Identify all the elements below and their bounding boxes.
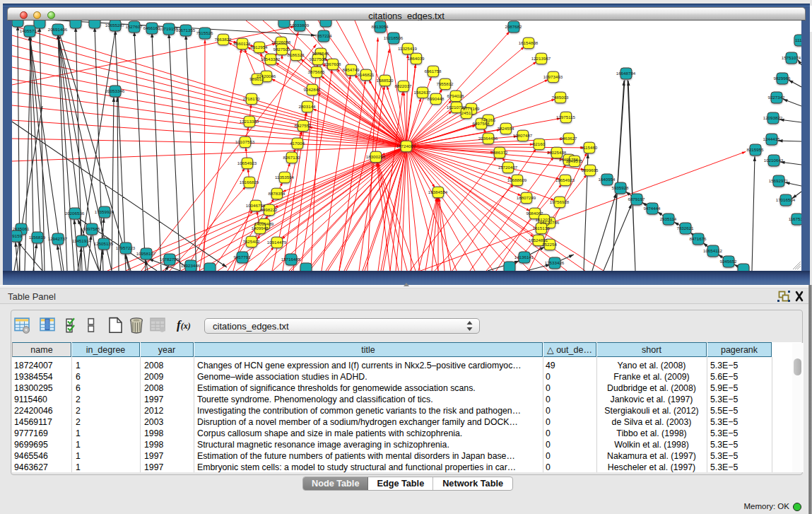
svg-text:1612074: 1612074 xyxy=(535,217,553,222)
svg-text:3875685: 3875685 xyxy=(307,69,325,74)
svg-text:2803144: 2803144 xyxy=(298,104,316,109)
svg-text:10210643: 10210643 xyxy=(764,158,784,163)
svg-text:10958107: 10958107 xyxy=(136,251,156,256)
svg-text:11353594: 11353594 xyxy=(275,175,295,180)
svg-text:7515526: 7515526 xyxy=(196,30,213,35)
svg-text:19756928: 19756928 xyxy=(550,199,570,204)
svg-text:10807487: 10807487 xyxy=(513,133,533,138)
svg-text:18226058: 18226058 xyxy=(271,40,291,45)
svg-text:9275546: 9275546 xyxy=(312,51,329,56)
svg-text:8822037: 8822037 xyxy=(394,83,412,88)
svg-text:10654112: 10654112 xyxy=(703,248,723,253)
svg-text:3824554: 3824554 xyxy=(497,126,514,131)
svg-text:2935114: 2935114 xyxy=(660,216,677,221)
svg-text:9899695: 9899695 xyxy=(581,168,599,173)
svg-text:19218506: 19218506 xyxy=(384,35,404,40)
svg-text:12213967: 12213967 xyxy=(531,56,551,61)
svg-text:9829966: 9829966 xyxy=(773,76,791,81)
svg-text:18807249: 18807249 xyxy=(517,195,536,200)
svg-text:1156819: 1156819 xyxy=(29,235,46,240)
svg-text:7485003: 7485003 xyxy=(551,95,569,100)
svg-text:16154808: 16154808 xyxy=(519,40,539,45)
svg-text:15716485: 15716485 xyxy=(281,257,301,262)
svg-text:16033809: 16033809 xyxy=(290,23,310,28)
svg-text:9146821: 9146821 xyxy=(357,72,375,77)
svg-text:6879197: 6879197 xyxy=(628,197,645,201)
svg-text:19384554: 19384554 xyxy=(428,189,448,194)
svg-text:9457791: 9457791 xyxy=(233,255,251,259)
svg-text:20691406: 20691406 xyxy=(48,27,68,32)
svg-text:9397585: 9397585 xyxy=(83,226,100,231)
svg-text:6961758: 6961758 xyxy=(424,69,442,74)
svg-text:17533426: 17533426 xyxy=(545,260,565,265)
svg-text:9827503: 9827503 xyxy=(273,47,290,52)
svg-text:252254: 252254 xyxy=(542,242,557,247)
svg-text:1527607: 1527607 xyxy=(125,24,143,29)
svg-text:10655287: 10655287 xyxy=(105,23,125,28)
svg-text:1588520: 1588520 xyxy=(376,78,394,83)
svg-text:2718170: 2718170 xyxy=(242,96,260,101)
svg-text:8498222: 8498222 xyxy=(260,207,278,212)
svg-text:8912954: 8912954 xyxy=(250,45,268,49)
svg-text:2451: 2451 xyxy=(461,110,471,115)
svg-text:18724007: 18724007 xyxy=(396,144,416,148)
svg-text:1864039: 1864039 xyxy=(407,56,425,61)
svg-text:8813054: 8813054 xyxy=(371,24,389,29)
svg-text:12975115: 12975115 xyxy=(556,115,576,119)
svg-text:9084067: 9084067 xyxy=(526,211,543,216)
svg-text:7886372: 7886372 xyxy=(490,150,508,155)
svg-text:9463627: 9463627 xyxy=(560,136,577,141)
svg-text:15692971: 15692971 xyxy=(769,178,789,183)
svg-text:9327508: 9327508 xyxy=(309,57,326,62)
svg-text:1244415: 1244415 xyxy=(763,136,780,141)
svg-text:6466160: 6466160 xyxy=(143,25,160,30)
svg-text:14136141: 14136141 xyxy=(514,255,534,259)
svg-text:8454749: 8454749 xyxy=(342,67,360,72)
svg-text:8471676: 8471676 xyxy=(689,236,707,241)
svg-text:10973493: 10973493 xyxy=(543,74,563,79)
svg-text:10688609: 10688609 xyxy=(507,177,527,182)
svg-text:10654923: 10654923 xyxy=(237,160,257,165)
svg-text:19166829: 19166829 xyxy=(240,180,259,185)
svg-text:20364456: 20364456 xyxy=(478,136,498,141)
svg-text:62160: 62160 xyxy=(533,141,546,146)
svg-text:20053346: 20053346 xyxy=(105,88,125,93)
svg-text:8186323: 8186323 xyxy=(287,52,305,57)
svg-text:7625402: 7625402 xyxy=(242,239,260,244)
svg-text:9115460: 9115460 xyxy=(581,145,598,150)
svg-text:17359924: 17359924 xyxy=(95,209,114,214)
svg-text:15720407: 15720407 xyxy=(498,165,518,170)
svg-text:12942737: 12942737 xyxy=(48,236,68,241)
svg-text:12505135: 12505135 xyxy=(94,241,114,246)
svg-text:8267130: 8267130 xyxy=(283,155,300,160)
svg-text:7832621: 7832621 xyxy=(676,226,694,230)
svg-text:6497568: 6497568 xyxy=(472,121,490,126)
svg-text:5935928: 5935928 xyxy=(611,185,629,190)
svg-text:8878354: 8878354 xyxy=(268,191,286,196)
svg-text:12923446: 12923446 xyxy=(181,263,201,268)
svg-text:10671355: 10671355 xyxy=(176,28,196,33)
svg-text:1167533: 1167533 xyxy=(789,216,801,221)
svg-text:9245652: 9245652 xyxy=(719,259,737,264)
svg-text:7663822: 7663822 xyxy=(214,37,232,42)
svg-text:12093822: 12093822 xyxy=(763,115,783,120)
svg-text:8990448: 8990448 xyxy=(427,96,445,101)
svg-text:8215955: 8215955 xyxy=(746,147,764,152)
svg-text:7857224: 7857224 xyxy=(314,33,332,38)
svg-text:11325419: 11325419 xyxy=(398,46,418,51)
svg-text:1649575: 1649575 xyxy=(565,158,583,163)
svg-text:18300295: 18300295 xyxy=(366,154,386,159)
svg-text:989012: 989012 xyxy=(249,76,264,81)
svg-text:7955812: 7955812 xyxy=(436,81,454,86)
svg-text:19654923: 19654923 xyxy=(555,177,575,182)
svg-text:1112: 1112 xyxy=(795,37,801,42)
svg-text:11451914: 11451914 xyxy=(72,238,92,243)
svg-text:2367608: 2367608 xyxy=(324,62,341,66)
svg-text:6794028: 6794028 xyxy=(447,93,464,98)
svg-text:10025438: 10025438 xyxy=(547,150,567,155)
svg-text:16648784: 16648784 xyxy=(616,71,636,76)
svg-text:16543382: 16543382 xyxy=(261,57,281,62)
svg-text:39159: 39159 xyxy=(12,233,23,238)
svg-text:17957223: 17957223 xyxy=(116,245,136,250)
svg-text:10914479: 10914479 xyxy=(267,240,287,245)
